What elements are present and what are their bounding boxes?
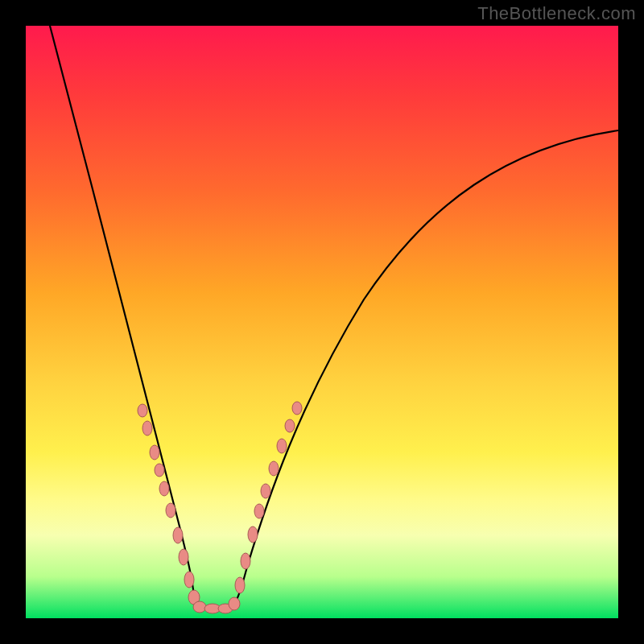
marker-right-5 (261, 484, 270, 498)
chart-plot-area (26, 26, 618, 618)
marker-left-0 (138, 404, 147, 417)
marker-right-8 (285, 419, 295, 432)
curve-right-branch (225, 130, 618, 609)
marker-right-9 (292, 402, 302, 415)
marker-right-7 (277, 439, 287, 453)
marker-right-6 (269, 461, 279, 476)
marker-left-2 (150, 445, 159, 460)
watermark-text: TheBottleneck.com (477, 3, 636, 24)
marker-right-2 (241, 553, 250, 569)
marker-left-5 (166, 503, 175, 518)
marker-left-7 (179, 549, 188, 565)
marker-right-4 (254, 504, 264, 518)
curve-left-branch (50, 26, 211, 609)
marker-left-8 (184, 572, 194, 588)
marker-left-6 (173, 527, 183, 543)
marker-right-3 (248, 526, 258, 543)
marker-right-1 (235, 577, 245, 593)
marker-left-3 (155, 464, 164, 477)
chart-frame: TheBottleneck.com (0, 0, 644, 644)
marker-left-4 (159, 481, 169, 496)
marker-left-10 (193, 601, 206, 613)
marker-left-1 (142, 421, 152, 436)
marker-right-0 (229, 597, 240, 610)
chart-svg (26, 26, 618, 618)
